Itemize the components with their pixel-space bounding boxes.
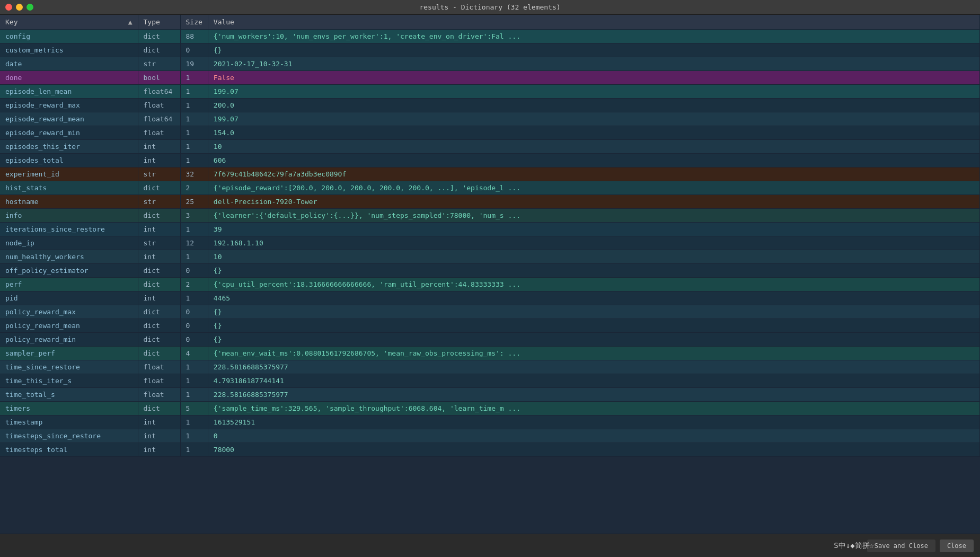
cell-key: timestamp: [0, 415, 138, 429]
cell-key: num_healthy_workers: [0, 250, 138, 264]
cell-value: {'episode_reward':[200.0, 200.0, 200.0, …: [208, 181, 979, 195]
cell-size: 0: [180, 43, 208, 57]
cell-value: 199.07: [208, 85, 979, 99]
cell-size: 1: [180, 85, 208, 99]
table-row[interactable]: configdict88{'num_workers':10, 'num_envs…: [0, 30, 980, 43]
col-header-type[interactable]: Type: [138, 15, 180, 30]
table-row[interactable]: policy_reward_meandict0{}: [0, 319, 980, 333]
cell-type: dict: [138, 264, 180, 278]
table-row[interactable]: time_since_restorefloat1228.581668853759…: [0, 360, 980, 374]
table-row[interactable]: timersdict5{'sample_time_ms':329.565, 's…: [0, 402, 980, 415]
close-button[interactable]: Close: [940, 540, 974, 552]
cell-key: sampler_perf: [0, 347, 138, 360]
cell-key: episode_len_mean: [0, 85, 138, 99]
table-row[interactable]: iterations_since_restoreint139: [0, 223, 980, 236]
footer: S中↓◆简拼☆ Save and Close Close: [0, 534, 980, 557]
table-row[interactable]: datestr192021-02-17_10-32-31: [0, 57, 980, 71]
cell-value: 228.58166885375977: [208, 360, 979, 374]
cell-value: 192.168.1.10: [208, 236, 979, 250]
window-title: results - Dictionary (32 elements): [419, 3, 560, 11]
cell-value: 606: [208, 154, 979, 167]
table-row[interactable]: sampler_perfdict4{'mean_env_wait_ms':0.0…: [0, 347, 980, 360]
cell-size: 1: [180, 443, 208, 457]
cell-type: float64: [138, 112, 180, 126]
sort-arrow-icon: ▲: [128, 18, 133, 26]
cell-value: 4.793186187744141: [208, 374, 979, 388]
cell-size: 1: [180, 99, 208, 112]
cell-key: timesteps_since_restore: [0, 429, 138, 443]
table-row[interactable]: timesteps_since_restoreint10: [0, 429, 980, 443]
table-row[interactable]: policy_reward_mindict0{}: [0, 333, 980, 347]
table-row[interactable]: hist_statsdict2{'episode_reward':[200.0,…: [0, 181, 980, 195]
cell-size: 1: [180, 374, 208, 388]
cell-size: 1: [180, 140, 208, 154]
cell-type: int: [138, 223, 180, 236]
cell-value: 4465: [208, 291, 979, 305]
cell-key: hist_stats: [0, 181, 138, 195]
cell-type: dict: [138, 43, 180, 57]
table-row[interactable]: timesteps totalint178000: [0, 443, 980, 457]
cell-type: int: [138, 443, 180, 457]
cell-type: dict: [138, 402, 180, 415]
table-row[interactable]: time_total_sfloat1228.58166885375977: [0, 388, 980, 402]
cell-value: {'sample_time_ms':329.565, 'sample_throu…: [208, 402, 979, 415]
cell-key: episode_reward_mean: [0, 112, 138, 126]
cell-key: episode_reward_max: [0, 99, 138, 112]
table-row[interactable]: perfdict2{'cpu_util_percent':18.31666666…: [0, 278, 980, 291]
table-row[interactable]: episodes_totalint1606: [0, 154, 980, 167]
table-row[interactable]: timestampint11613529151: [0, 415, 980, 429]
system-tray: S中↓◆简拼☆: [834, 541, 874, 551]
cell-size: 19: [180, 57, 208, 71]
table-row[interactable]: episode_reward_maxfloat1200.0: [0, 99, 980, 112]
table-row[interactable]: time_this_iter_sfloat14.793186187744141: [0, 374, 980, 388]
cell-size: 88: [180, 30, 208, 43]
col-header-key[interactable]: Key ▲: [0, 15, 138, 30]
cell-key: pid: [0, 291, 138, 305]
cell-size: 1: [180, 126, 208, 140]
cell-value: 228.58166885375977: [208, 388, 979, 402]
cell-value: 199.07: [208, 112, 979, 126]
cell-size: 1: [180, 291, 208, 305]
main-content: Key ▲ Type Size Value configdict88{'num_…: [0, 15, 980, 557]
cell-type: bool: [138, 71, 180, 85]
cell-size: 1: [180, 388, 208, 402]
table-row[interactable]: off_policy_estimatordict0{}: [0, 264, 980, 278]
cell-value: False: [208, 71, 979, 85]
cell-type: dict: [138, 30, 180, 43]
table-row[interactable]: experiment_idstr327f679c41b48642c79fa7a3…: [0, 167, 980, 181]
cell-value: 78000: [208, 443, 979, 457]
cell-type: float: [138, 126, 180, 140]
maximize-btn[interactable]: [27, 4, 33, 11]
table-row[interactable]: custom_metricsdict0{}: [0, 43, 980, 57]
table-container[interactable]: Key ▲ Type Size Value configdict88{'num_…: [0, 15, 980, 534]
table-row[interactable]: policy_reward_maxdict0{}: [0, 305, 980, 319]
cell-type: dict: [138, 319, 180, 333]
save-close-button[interactable]: Save and Close: [867, 540, 935, 552]
table-row[interactable]: pidint14465: [0, 291, 980, 305]
table-row[interactable]: episode_len_meanfloat641199.07: [0, 85, 980, 99]
cell-type: str: [138, 57, 180, 71]
table-row[interactable]: episode_reward_meanfloat641199.07: [0, 112, 980, 126]
table-row[interactable]: episodes_this_iterint110: [0, 140, 980, 154]
table-row[interactable]: hostnamestr25dell-Precision-7920-Tower: [0, 195, 980, 209]
table-row[interactable]: node_ipstr12192.168.1.10: [0, 236, 980, 250]
col-header-value[interactable]: Value: [208, 15, 979, 30]
cell-value: {'num_workers':10, 'num_envs_per_worker'…: [208, 30, 979, 43]
table-body: configdict88{'num_workers':10, 'num_envs…: [0, 30, 980, 457]
cell-size: 0: [180, 319, 208, 333]
table-row[interactable]: infodict3{'learner':{'default_policy':{.…: [0, 209, 980, 223]
cell-key: timers: [0, 402, 138, 415]
table-row[interactable]: donebool1False: [0, 71, 980, 85]
col-header-size[interactable]: Size: [180, 15, 208, 30]
table-row[interactable]: episode_reward_minfloat1154.0: [0, 126, 980, 140]
cell-size: 1: [180, 223, 208, 236]
cell-type: str: [138, 195, 180, 209]
minimize-btn[interactable]: [16, 4, 23, 11]
close-btn[interactable]: [5, 4, 12, 11]
cell-size: 0: [180, 333, 208, 347]
cell-value: 1613529151: [208, 415, 979, 429]
cell-value: 39: [208, 223, 979, 236]
cell-value: 200.0: [208, 99, 979, 112]
cell-size: 0: [180, 264, 208, 278]
table-row[interactable]: num_healthy_workersint110: [0, 250, 980, 264]
